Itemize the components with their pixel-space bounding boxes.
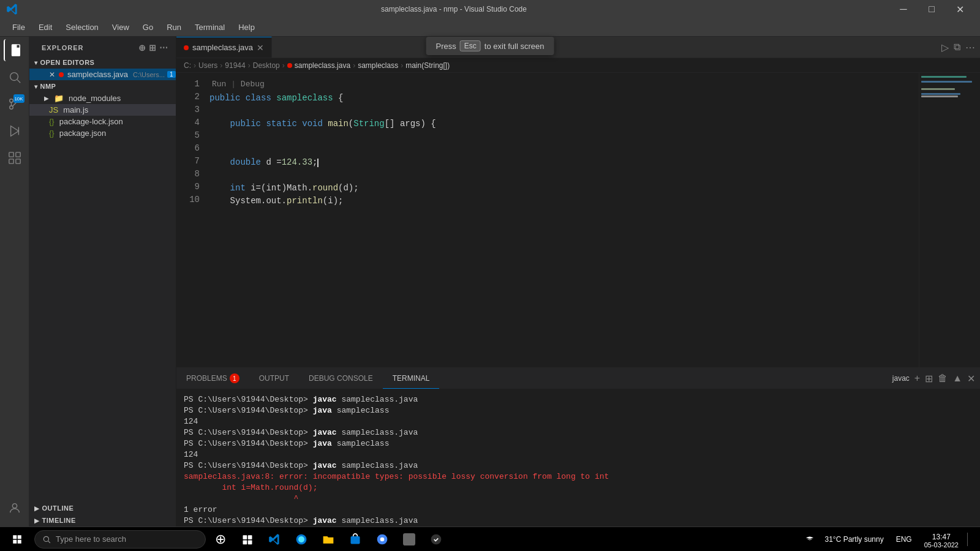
new-folder-button[interactable]: ⊞ xyxy=(149,43,157,53)
svg-point-1 xyxy=(10,73,18,81)
language-indicator[interactable]: ENG xyxy=(892,533,916,546)
taskbar-chrome[interactable] xyxy=(370,527,394,552)
show-desktop[interactable] xyxy=(967,533,975,546)
breadcrumb-method[interactable]: main(String[]) xyxy=(405,61,450,70)
svg-point-12 xyxy=(12,504,17,508)
explorer-activity-icon[interactable] xyxy=(4,39,26,61)
taskbar-left xyxy=(5,527,29,552)
taskbar-search[interactable]: Type here to search xyxy=(34,530,206,549)
breadcrumb-users[interactable]: Users xyxy=(198,61,217,70)
filename: package-lock.json xyxy=(59,117,123,126)
code-line-1: public class sampleclass { xyxy=(207,92,919,105)
taskbar-vscode[interactable] xyxy=(262,527,287,552)
code-editor[interactable]: 1 2 3 4 5 6 7 8 9 10 Run | Debug xyxy=(176,73,980,367)
source-control-badge: 10K xyxy=(13,94,24,103)
code-line-4 xyxy=(207,130,919,143)
svg-point-3 xyxy=(9,99,13,103)
new-file-button[interactable]: ⊕ xyxy=(138,43,146,53)
folder-name: node_modules xyxy=(69,94,121,103)
taskbar-file-explorer[interactable] xyxy=(316,527,341,552)
esc-key[interactable]: Esc xyxy=(460,40,481,51)
menu-run[interactable]: Run xyxy=(160,20,187,34)
json-file-icon: {} xyxy=(49,117,55,126)
main-area: 10K EXPLORER ⊕ ⊞ ⋯ ▾ xyxy=(0,37,980,551)
svg-rect-8 xyxy=(9,152,13,157)
timeline-section[interactable]: ▶ TIMELINE xyxy=(29,514,176,527)
menu-view[interactable]: View xyxy=(106,20,135,34)
breadcrumb-c[interactable]: C: xyxy=(184,61,191,70)
weather-status[interactable]: 31°C Partly sunny xyxy=(821,533,888,546)
menu-help[interactable]: Help xyxy=(232,20,261,34)
clock[interactable]: 13:47 05-03-2022 xyxy=(921,533,962,546)
nmp-section[interactable]: ▾ NMP xyxy=(29,80,176,92)
open-editors-chevron: ▾ xyxy=(34,59,38,66)
run-debug-lens[interactable]: Run | Debug xyxy=(212,78,919,91)
breadcrumb-91944[interactable]: 91944 xyxy=(225,61,245,70)
taskbar-cortana[interactable]: ⊕ xyxy=(208,527,233,552)
weather-text: 31°C Partly sunny xyxy=(825,535,884,544)
taskbar-edge[interactable] xyxy=(289,527,314,552)
menu-edit[interactable]: Edit xyxy=(32,20,58,34)
clock-time: 13:47 xyxy=(932,533,951,541)
taskbar-app9[interactable] xyxy=(424,527,448,552)
menu-go[interactable]: Go xyxy=(137,20,159,34)
split-terminal-button[interactable]: ⊞ xyxy=(925,373,933,384)
tab-sampleclass[interactable]: sampleclass.java ✕ xyxy=(176,37,272,58)
minimize-button[interactable]: ─ xyxy=(889,0,918,18)
extensions-activity-icon[interactable] xyxy=(4,147,26,169)
more-actions-button[interactable]: ⋯ xyxy=(159,43,168,53)
tab-debug-console[interactable]: DEBUG CONSOLE xyxy=(299,368,383,389)
terminal-name: javac xyxy=(892,374,910,383)
taskbar-center: Type here to search ⊕ xyxy=(34,527,803,552)
search-activity-icon[interactable] xyxy=(4,66,26,88)
code-line-2 xyxy=(207,105,919,118)
tab-output[interactable]: OUTPUT xyxy=(249,368,299,389)
network-icon[interactable] xyxy=(803,533,816,546)
menu-selection[interactable]: Selection xyxy=(59,20,104,34)
delete-terminal-button[interactable]: 🗑 xyxy=(938,373,948,384)
open-editors-section[interactable]: ▾ OPEN EDITORS xyxy=(29,56,176,69)
sidebar: EXPLORER ⊕ ⊞ ⋯ ▾ OPEN EDITORS ✕ samplecl… xyxy=(29,37,176,551)
split-editor-button[interactable]: ⧉ xyxy=(954,42,960,53)
menu-file[interactable]: File xyxy=(6,20,31,34)
more-editor-button[interactable]: ⋯ xyxy=(965,42,975,53)
taskbar-task-view[interactable] xyxy=(235,527,260,552)
error-badge: 1 xyxy=(167,71,176,78)
open-editor-sampleclass[interactable]: ✕ sampleclass.java C:\Users... 1 xyxy=(29,69,176,80)
package-json-file[interactable]: {} package.json xyxy=(29,127,176,139)
tab-close-button[interactable]: ✕ xyxy=(257,43,264,53)
run-label[interactable]: Run xyxy=(212,80,226,89)
mainjs-file[interactable]: JS main.js xyxy=(29,104,176,116)
breadcrumb-class[interactable]: sampleclass xyxy=(358,61,398,70)
close-panel-button[interactable]: ✕ xyxy=(967,373,975,384)
close-button[interactable]: ✕ xyxy=(946,0,974,18)
code-content[interactable]: Run | Debug public class sampleclass { p… xyxy=(207,73,919,367)
exit-text: to exit full screen xyxy=(484,42,545,51)
maximize-panel-button[interactable]: ▲ xyxy=(952,373,962,384)
source-control-activity-icon[interactable]: 10K xyxy=(4,93,26,115)
accounts-activity-icon[interactable] xyxy=(4,497,26,519)
maximize-button[interactable]: □ xyxy=(918,0,946,18)
js-file-icon: JS xyxy=(49,105,58,114)
vscode-logo xyxy=(6,3,18,15)
run-activity-icon[interactable] xyxy=(4,120,26,142)
taskbar-app8[interactable] xyxy=(397,527,421,552)
clock-date: 05-03-2022 xyxy=(924,541,959,549)
menu-terminal[interactable]: Terminal xyxy=(189,20,231,34)
breadcrumb-desktop[interactable]: Desktop xyxy=(253,61,280,70)
tab-terminal[interactable]: TERMINAL xyxy=(383,368,440,389)
debug-label[interactable]: Debug xyxy=(241,80,265,89)
breadcrumb-file[interactable]: sampleclass.java xyxy=(287,61,350,70)
taskbar-store[interactable] xyxy=(343,527,368,552)
outline-section[interactable]: ▶ OUTLINE xyxy=(29,502,176,514)
debug-console-label: DEBUG CONSOLE xyxy=(309,374,373,383)
node-modules-folder[interactable]: ▶ 📁 node_modules xyxy=(29,92,176,104)
press-text: Press xyxy=(436,42,456,51)
package-lock-file[interactable]: {} package-lock.json xyxy=(29,116,176,127)
svg-rect-30 xyxy=(403,533,415,545)
run-editor-button[interactable]: ▷ xyxy=(941,42,949,53)
add-terminal-button[interactable]: + xyxy=(914,373,920,384)
tab-problems[interactable]: PROBLEMS 1 xyxy=(176,368,249,389)
start-button[interactable] xyxy=(5,527,29,552)
close-icon[interactable]: ✕ xyxy=(49,70,55,79)
